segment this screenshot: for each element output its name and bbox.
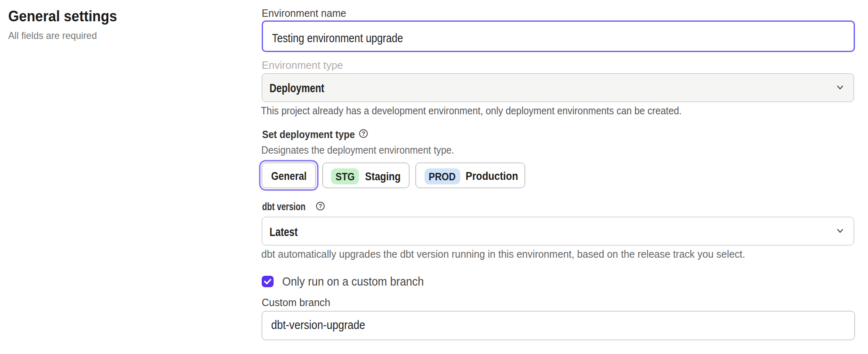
svg-text:?: ?	[361, 130, 365, 137]
svg-text:?: ?	[318, 202, 322, 209]
